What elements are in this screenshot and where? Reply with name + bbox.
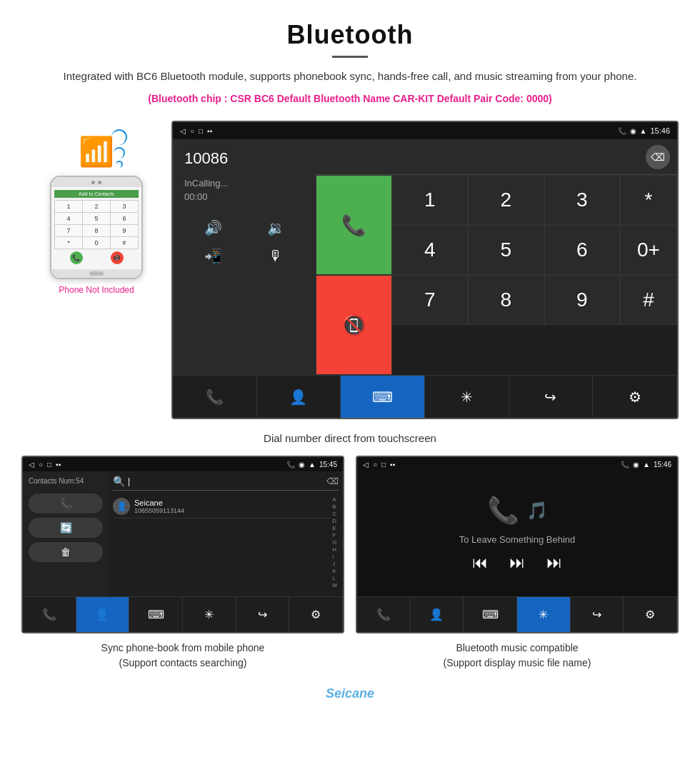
contact-item[interactable]: 👤 Seicane 10655059113144 bbox=[113, 495, 331, 518]
phone-key-0[interactable]: 0 bbox=[83, 237, 110, 249]
delete-action-button[interactable]: 🗑 bbox=[29, 542, 103, 562]
alpha-i[interactable]: I bbox=[332, 553, 337, 560]
contacts-caption: Sync phone-book from mobile phone(Suppor… bbox=[21, 641, 344, 671]
numpad-call-red[interactable]: 📵 bbox=[316, 275, 392, 375]
music-song-title: To Leave Something Behind bbox=[459, 534, 576, 545]
alpha-d[interactable]: D bbox=[332, 518, 337, 524]
contacts-main: Contacts Num:54 📞 🔄 🗑 🔍 | ⌫ bbox=[23, 471, 343, 596]
play-pause-button[interactable]: ⏭ bbox=[509, 553, 525, 572]
phone-key-hash[interactable]: # bbox=[111, 237, 138, 249]
contacts-nav-calls[interactable]: 📞 bbox=[23, 597, 76, 632]
contacts-search-input[interactable]: | bbox=[128, 476, 326, 486]
contacts-nav-bluetooth[interactable]: ✳ bbox=[183, 597, 236, 632]
phone-key-star[interactable]: * bbox=[55, 237, 82, 249]
dial-btn-transfer[interactable]: ↪ bbox=[509, 376, 594, 418]
alpha-g[interactable]: G bbox=[332, 539, 337, 546]
contacts-nav-contacts[interactable]: 👤 bbox=[76, 597, 130, 632]
music-nav-calls[interactable]: 📞 bbox=[357, 597, 411, 632]
phone-key-7[interactable]: 7 bbox=[55, 225, 82, 236]
signal-arcs bbox=[116, 129, 127, 168]
phone-screen-header: Add to Contacts bbox=[54, 190, 139, 198]
sync-action-button[interactable]: 🔄 bbox=[29, 518, 103, 538]
media-icon: ▪▪ bbox=[207, 127, 212, 135]
music-nav-dialpad[interactable]: ⌨ bbox=[464, 597, 517, 632]
contacts-nav-dialpad[interactable]: ⌨ bbox=[129, 597, 183, 632]
contacts-right-panel: 🔍 | ⌫ 👤 Seicane 10655059113144 bbox=[109, 471, 343, 596]
contact-info: Seicane 10655059113144 bbox=[134, 498, 184, 514]
music-nav-settings[interactable]: ⚙ bbox=[624, 597, 677, 632]
alpha-b[interactable]: B bbox=[332, 503, 337, 510]
phone-key-5[interactable]: 5 bbox=[83, 213, 110, 224]
transfer-icon[interactable]: 📲 bbox=[184, 245, 241, 268]
wifi-status-icon: ▲ bbox=[640, 127, 647, 135]
numpad-key-3[interactable]: 3 bbox=[544, 175, 621, 225]
backspace-button[interactable]: ⌫ bbox=[646, 145, 670, 169]
page-header: Bluetooth Integrated with BC6 Bluetooth … bbox=[0, 0, 700, 121]
phone-key-2[interactable]: 2 bbox=[83, 201, 110, 212]
numpad-call-green[interactable]: 📞 bbox=[316, 175, 392, 275]
phone-screen: Add to Contacts 1 2 3 4 5 6 7 8 9 * 0 # bbox=[51, 187, 141, 269]
numpad-key-8[interactable]: 8 bbox=[468, 275, 544, 325]
next-track-button[interactable]: ⏭ bbox=[546, 553, 562, 572]
music-home-icon: ○ bbox=[373, 461, 377, 468]
phone-key-3[interactable]: 3 bbox=[111, 201, 138, 212]
contacts-nav-settings[interactable]: ⚙ bbox=[289, 597, 343, 632]
phone-key-9[interactable]: 9 bbox=[111, 225, 138, 236]
alpha-l[interactable]: L bbox=[332, 575, 337, 581]
alpha-a[interactable]: A bbox=[332, 496, 337, 503]
numpad-key-0plus[interactable]: 0+ bbox=[620, 225, 677, 275]
numpad-key-6[interactable]: 6 bbox=[544, 225, 621, 275]
contacts-count: Contacts Num:54 bbox=[29, 477, 103, 485]
alpha-j[interactable]: J bbox=[332, 561, 337, 567]
music-main: 📞 🎵 To Leave Something Behind ⏮ ⏭ ⏭ bbox=[357, 471, 677, 596]
call-action-button[interactable]: 📞 bbox=[29, 493, 103, 513]
music-controls: ⏮ ⏭ ⏭ bbox=[472, 553, 562, 572]
music-time: 15:46 bbox=[654, 461, 671, 468]
contacts-media-icon: ▪▪ bbox=[56, 461, 61, 468]
home-icon: ○ bbox=[190, 127, 194, 135]
music-nav-transfer[interactable]: ↪ bbox=[571, 597, 624, 632]
phone-not-included-label: Phone Not Included bbox=[59, 285, 134, 295]
dial-btn-contacts[interactable]: 👤 bbox=[257, 376, 341, 418]
phone-key-4[interactable]: 4 bbox=[55, 213, 82, 224]
dial-input-row: ⌫ bbox=[316, 139, 677, 175]
dial-btn-settings[interactable]: ⚙ bbox=[593, 376, 677, 418]
dial-btn-dialpad[interactable]: ⌨ bbox=[341, 376, 425, 418]
music-icon-area: 📞 🎵 bbox=[487, 496, 548, 526]
contacts-nav-transfer[interactable]: ↪ bbox=[236, 597, 290, 632]
numpad-key-1[interactable]: 1 bbox=[392, 175, 469, 225]
phone-key-1[interactable]: 1 bbox=[55, 201, 82, 212]
numpad-key-5[interactable]: 5 bbox=[468, 225, 544, 275]
phone-end-button[interactable]: 📵 bbox=[111, 251, 124, 264]
chip-info: (Bluetooth chip : CSR BC6 Default Blueto… bbox=[43, 91, 657, 106]
alpha-k[interactable]: K bbox=[332, 568, 337, 574]
phone-home-button[interactable] bbox=[89, 271, 104, 276]
numpad-key-9[interactable]: 9 bbox=[544, 275, 621, 325]
phone-key-6[interactable]: 6 bbox=[111, 213, 138, 224]
bottom-captions: Sync phone-book from mobile phone(Suppor… bbox=[21, 641, 679, 671]
contacts-phone-icon: 📞 bbox=[286, 461, 295, 468]
phone-key-8[interactable]: 8 bbox=[83, 225, 110, 236]
back-icon: ◁ bbox=[180, 127, 186, 135]
music-nav-contacts[interactable]: 👤 bbox=[411, 597, 464, 632]
numpad-key-7[interactable]: 7 bbox=[392, 275, 469, 325]
alpha-h[interactable]: H bbox=[332, 546, 337, 553]
dial-btn-bluetooth[interactable]: ✳ bbox=[425, 376, 509, 418]
prev-track-button[interactable]: ⏮ bbox=[472, 553, 488, 572]
phone-call-button[interactable]: 📞 bbox=[70, 251, 83, 264]
alpha-f[interactable]: F bbox=[332, 532, 337, 538]
numpad-key-4[interactable]: 4 bbox=[392, 225, 469, 275]
volume-up-icon[interactable]: 🔊 bbox=[184, 216, 241, 239]
alphabet-index: A B C D E F G H I J K L bbox=[331, 495, 339, 592]
numpad-key-2[interactable]: 2 bbox=[468, 175, 544, 225]
alpha-e[interactable]: E bbox=[332, 525, 337, 531]
music-nav-bluetooth[interactable]: ✳ bbox=[517, 597, 571, 632]
numpad-key-star[interactable]: * bbox=[620, 175, 677, 225]
volume-down-icon[interactable]: 🔉 bbox=[247, 216, 304, 239]
numpad-key-hash[interactable]: # bbox=[620, 275, 677, 325]
alpha-m[interactable]: M bbox=[332, 582, 337, 588]
mic-icon[interactable]: 🎙 bbox=[247, 245, 304, 268]
dial-btn-calls[interactable]: 📞 bbox=[173, 376, 257, 418]
bluetooth-icon-wrap: 📶 bbox=[79, 135, 114, 169]
alpha-c[interactable]: C bbox=[332, 511, 337, 517]
